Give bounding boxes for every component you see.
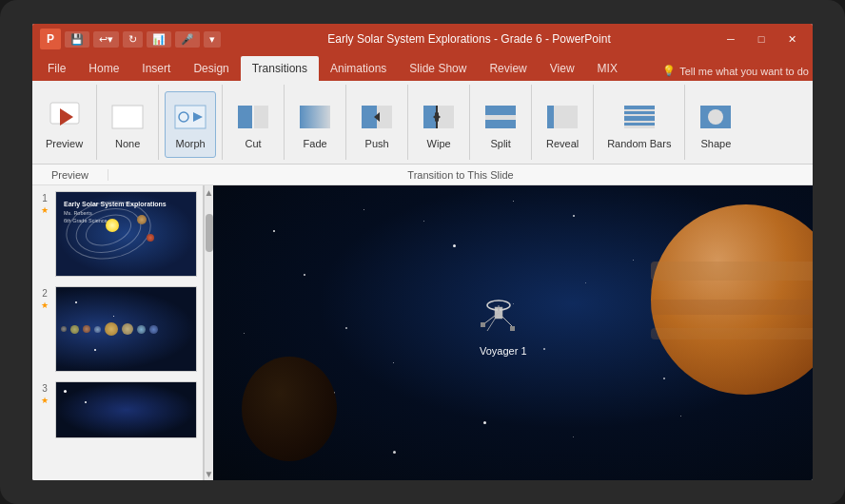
tab-slideshow[interactable]: Slide Show — [398, 56, 478, 81]
shape-label: Shape — [700, 138, 731, 149]
cut-icon — [236, 100, 270, 134]
ribbon-group-reveal: Reveal — [532, 85, 594, 160]
ribbon-group-wipe: Wipe — [408, 85, 470, 160]
close-button[interactable]: ✕ — [778, 29, 805, 48]
tab-design[interactable]: Design — [182, 56, 240, 81]
undo-button[interactable]: ↩▾ — [93, 31, 119, 48]
scroll-track[interactable]: ▲ ▼ — [204, 185, 213, 480]
maximize-button[interactable]: □ — [748, 29, 775, 48]
slide-thumb-2[interactable] — [55, 286, 197, 372]
more-button[interactable]: ▾ — [204, 31, 221, 48]
slide1-title: Early Solar System Explorations Ms. Robe… — [64, 200, 167, 224]
shape-icon — [698, 100, 733, 134]
transition-fade-button[interactable]: Fade — [290, 91, 340, 158]
slide-number-1: 1 ★ — [38, 191, 51, 215]
voyager-icon — [480, 288, 527, 341]
slide-item-3[interactable]: 3 ★ — [36, 379, 199, 440]
transition-cut-button[interactable]: Cut — [228, 91, 278, 158]
tab-mix[interactable]: MIX — [586, 56, 629, 81]
wipe-items: Wipe — [414, 85, 463, 160]
preview-label: Preview — [46, 138, 83, 149]
random-bars-items: Random Bars — [599, 85, 678, 160]
scroll-down-button[interactable]: ▼ — [205, 467, 213, 480]
tab-transitions[interactable]: Transitions — [241, 56, 319, 81]
slide-panel[interactable]: 1 ★ — [32, 185, 204, 480]
svg-rect-9 — [300, 106, 330, 128]
preview-items: Preview — [38, 85, 90, 160]
transition-random-bars-button[interactable]: Random Bars — [599, 91, 678, 158]
svg-rect-25 — [624, 111, 655, 114]
slide-number-3: 3 ★ — [38, 381, 51, 405]
slide-star-3: ★ — [41, 396, 49, 405]
minimize-button[interactable]: ─ — [717, 29, 744, 48]
tab-review[interactable]: Review — [478, 56, 538, 81]
redo-button[interactable]: ↻ — [123, 31, 143, 48]
svg-rect-6 — [238, 106, 252, 128]
slide-item-2[interactable]: 2 ★ — [36, 284, 199, 374]
svg-rect-24 — [624, 106, 655, 109]
main-slide-view: Voyager 1 — [213, 185, 813, 480]
slide-star-2: ★ — [41, 300, 49, 310]
tab-insert[interactable]: Insert — [130, 56, 182, 81]
main-slide-content: Voyager 1 — [213, 185, 813, 480]
transition-push-button[interactable]: Push — [352, 91, 402, 158]
title-bar-left: P 💾 ↩▾ ↻ 📊 🎤 ▾ — [40, 29, 221, 49]
transition-shape-button[interactable]: Shape — [691, 91, 740, 158]
svg-line-34 — [499, 313, 514, 328]
ribbon-tab-bar: File Home Insert Design Transitions Anim… — [32, 54, 813, 81]
wipe-icon — [422, 100, 456, 134]
space-background: Voyager 1 — [213, 185, 813, 480]
morph-label: Morph — [176, 138, 206, 149]
split-items: Split — [476, 85, 525, 160]
transition-none-button[interactable]: None — [103, 91, 152, 158]
tab-animations[interactable]: Animations — [319, 56, 398, 81]
sub-header: Preview Transition to This Slide — [32, 165, 813, 185]
ribbon-content: Preview None — [32, 81, 813, 165]
preview-button[interactable]: Preview — [38, 91, 90, 158]
mic-button[interactable]: 🎤 — [175, 31, 200, 48]
save-button[interactable]: 💾 — [65, 31, 89, 48]
slide-thumb-1[interactable]: Early Solar System Explorations Ms. Robe… — [55, 191, 197, 277]
scroll-up-button[interactable]: ▲ — [205, 185, 213, 199]
transition-reveal-button[interactable]: Reveal — [538, 91, 587, 158]
tab-home[interactable]: Home — [77, 56, 130, 81]
fade-items: Fade — [290, 85, 340, 160]
screen: P 💾 ↩▾ ↻ 📊 🎤 ▾ Early Solar System Explor… — [32, 24, 813, 480]
svg-rect-37 — [510, 326, 515, 331]
morph-items: Morph — [165, 85, 216, 160]
svg-rect-20 — [485, 120, 516, 128]
cut-items: Cut — [228, 85, 278, 160]
wipe-label: Wipe — [427, 138, 451, 149]
voyager-spacecraft: Voyager 1 — [480, 288, 527, 357]
transition-morph-button[interactable]: Morph — [165, 91, 216, 158]
lightbulb-icon: 💡 — [662, 65, 676, 77]
scroll-thumb[interactable] — [206, 214, 213, 252]
ribbon-group-shape: Shape — [685, 85, 746, 160]
none-label: None — [115, 138, 140, 149]
push-items: Push — [352, 85, 402, 160]
ribbon-group-preview: Preview — [32, 85, 97, 160]
slide-number-2: 2 ★ — [38, 286, 51, 310]
push-icon — [360, 100, 394, 134]
window-controls: ─ □ ✕ — [717, 29, 805, 48]
svg-point-29 — [708, 109, 723, 125]
ribbon-group-random-bars: Random Bars — [594, 85, 685, 160]
slide-item-1[interactable]: 1 ★ — [36, 189, 199, 279]
ribbon-group-morph: Morph — [159, 85, 223, 160]
transition-split-button[interactable]: Split — [476, 91, 525, 158]
slide-star-1: ★ — [41, 205, 49, 215]
transition-wipe-button[interactable]: Wipe — [414, 91, 463, 158]
tab-view[interactable]: View — [539, 56, 586, 81]
svg-line-35 — [487, 313, 499, 331]
ribbon-group-fade: Fade — [285, 85, 346, 160]
cut-label: Cut — [246, 138, 262, 149]
customize-button[interactable]: 📊 — [147, 31, 171, 48]
svg-rect-19 — [485, 106, 516, 115]
ribbon-group-none: None — [97, 85, 159, 160]
split-label: Split — [490, 138, 510, 149]
slide-thumb-3[interactable] — [55, 381, 197, 438]
tab-file[interactable]: File — [36, 56, 77, 81]
title-bar-title: Early Solar System Explorations - Grade … — [226, 32, 712, 46]
ribbon-group-cut: Cut — [223, 85, 285, 160]
ribbon-group-push: Push — [346, 85, 408, 160]
